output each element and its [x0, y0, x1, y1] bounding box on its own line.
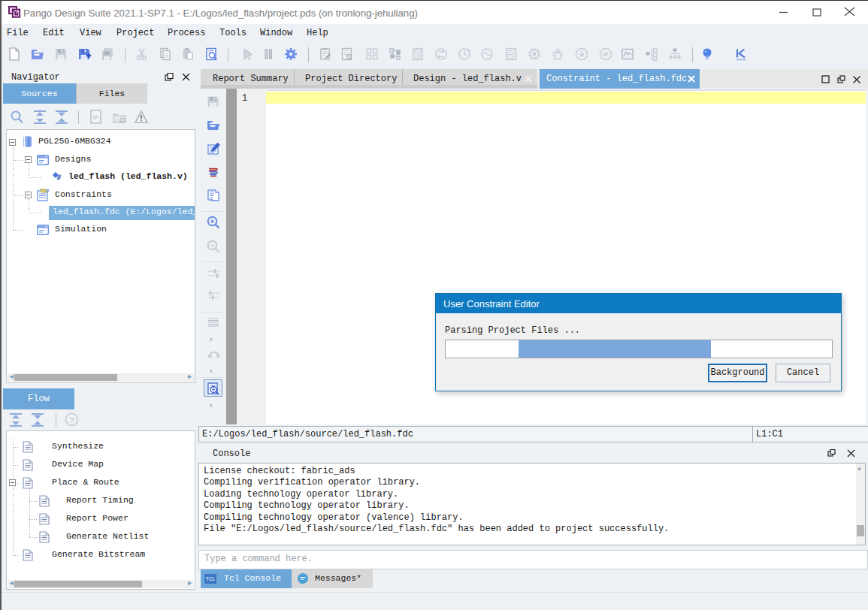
svg-text:?: ?	[69, 416, 74, 425]
svg-text:IP: IP	[603, 51, 609, 58]
